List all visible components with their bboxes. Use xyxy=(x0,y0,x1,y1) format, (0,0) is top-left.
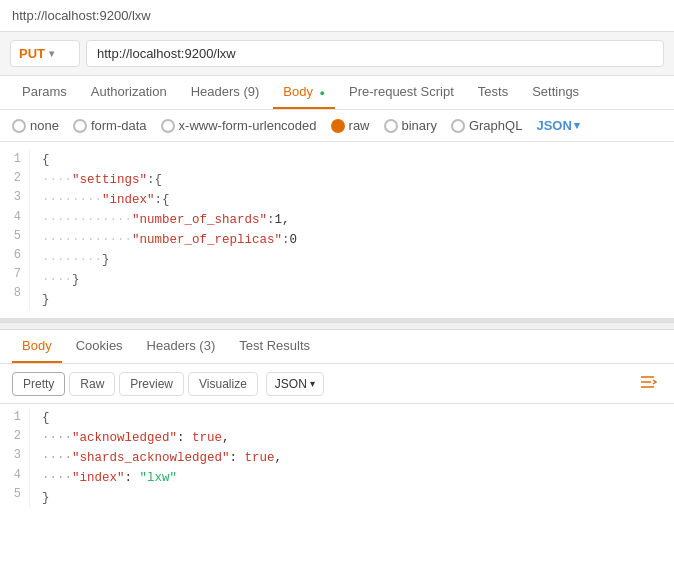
line-numbers: 1 2 3 4 5 6 7 8 xyxy=(0,150,30,310)
tab-headers[interactable]: Headers (9) xyxy=(181,76,270,109)
chevron-down-icon: ▾ xyxy=(574,119,580,132)
radio-binary xyxy=(384,119,398,133)
option-graphql[interactable]: GraphQL xyxy=(451,118,522,133)
json-type-selector[interactable]: JSON ▾ xyxy=(536,118,579,133)
title-bar: http://localhost:9200/lxw xyxy=(0,0,674,32)
tab-authorization[interactable]: Authorization xyxy=(81,76,177,109)
radio-graphql xyxy=(451,119,465,133)
chevron-down-icon: ▾ xyxy=(49,48,54,59)
radio-urlencoded xyxy=(161,119,175,133)
radio-form-data xyxy=(73,119,87,133)
radio-raw xyxy=(331,119,345,133)
option-raw[interactable]: raw xyxy=(331,118,370,133)
tab-settings[interactable]: Settings xyxy=(522,76,589,109)
tab-prerequest[interactable]: Pre-request Script xyxy=(339,76,464,109)
format-visualize[interactable]: Visualize xyxy=(188,372,258,396)
title-url: http://localhost:9200/lxw xyxy=(12,8,151,23)
response-json-selector[interactable]: JSON ▾ xyxy=(266,372,324,396)
response-code-content: { ····"acknowledged": true, ····"shards_… xyxy=(30,408,674,508)
tab-tests[interactable]: Tests xyxy=(468,76,518,109)
panel-divider xyxy=(0,322,674,330)
code-content: { ····"settings":{ ········"index":{ ···… xyxy=(30,150,674,310)
format-preview[interactable]: Preview xyxy=(119,372,184,396)
method-dropdown[interactable]: PUT ▾ xyxy=(10,40,80,67)
resp-tab-body[interactable]: Body xyxy=(12,330,62,363)
option-form-data[interactable]: form-data xyxy=(73,118,147,133)
body-options-bar: none form-data x-www-form-urlencoded raw… xyxy=(0,110,674,142)
response-line-numbers: 1 2 3 4 5 xyxy=(0,408,30,508)
tab-params[interactable]: Params xyxy=(12,76,77,109)
chevron-down-icon: ▾ xyxy=(310,378,315,389)
url-input[interactable] xyxy=(86,40,664,67)
resp-tab-cookies[interactable]: Cookies xyxy=(66,330,133,363)
format-pretty[interactable]: Pretty xyxy=(12,372,65,396)
request-bar: PUT ▾ xyxy=(0,32,674,76)
body-dot: ● xyxy=(320,88,325,98)
radio-none xyxy=(12,119,26,133)
wrap-icon[interactable] xyxy=(636,370,662,397)
format-raw[interactable]: Raw xyxy=(69,372,115,396)
response-code-view: 1 2 3 4 5 { ····"acknowledged": true, ··… xyxy=(0,408,674,508)
option-none[interactable]: none xyxy=(12,118,59,133)
response-body: 1 2 3 4 5 { ····"acknowledged": true, ··… xyxy=(0,404,674,512)
response-tabs: Body Cookies Headers (3) Test Results xyxy=(0,330,674,364)
method-label: PUT xyxy=(19,46,45,61)
option-urlencoded[interactable]: x-www-form-urlencoded xyxy=(161,118,317,133)
response-format-bar: Pretty Raw Preview Visualize JSON ▾ xyxy=(0,364,674,404)
request-tabs: Params Authorization Headers (9) Body ● … xyxy=(0,76,674,110)
resp-tab-headers[interactable]: Headers (3) xyxy=(137,330,226,363)
resp-tab-test-results[interactable]: Test Results xyxy=(229,330,320,363)
response-section: Body Cookies Headers (3) Test Results Pr… xyxy=(0,330,674,512)
option-binary[interactable]: binary xyxy=(384,118,437,133)
request-body-editor[interactable]: 1 2 3 4 5 6 7 8 { ····"settings":{ ·····… xyxy=(0,142,674,322)
tab-body[interactable]: Body ● xyxy=(273,76,335,109)
